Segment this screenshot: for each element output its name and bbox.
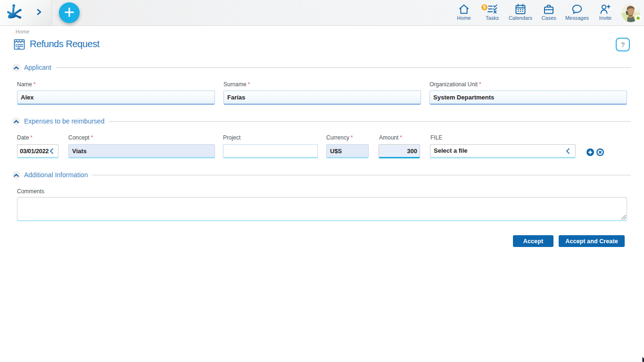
section-divider (56, 67, 631, 68)
nav-label: Cases (535, 15, 563, 21)
date-label: Date* (17, 134, 33, 141)
amount-field[interactable] (379, 144, 420, 158)
section-header-expenses: Expenses to be reimbursed (12, 117, 631, 125)
section-divider (92, 175, 631, 175)
collapse-section-button[interactable] (12, 64, 20, 72)
project-field[interactable] (223, 144, 318, 158)
section-title: Applicant (24, 64, 51, 71)
concept-label: Concept* (68, 134, 93, 141)
date-collapse-icon[interactable] (49, 148, 55, 155)
comments-label: Comments (17, 188, 44, 195)
textarea-resize-handle[interactable] (621, 215, 626, 220)
amount-label: Amount* (379, 134, 402, 141)
file-label: FILE (430, 134, 442, 141)
file-collapse-icon[interactable] (565, 148, 571, 155)
accept-button[interactable]: Accept (513, 235, 553, 247)
section-header-applicant: Applicant (12, 63, 631, 72)
message-bubble-icon (563, 4, 591, 15)
remove-circle-icon (596, 148, 604, 157)
required-marker: * (248, 81, 250, 88)
name-field[interactable] (17, 90, 215, 105)
nav-label: Calendars (506, 15, 535, 21)
chevron-up-icon (14, 64, 19, 71)
concept-field[interactable] (68, 144, 215, 158)
mouse-cursor (642, 356, 644, 362)
nav-item-messages[interactable]: Messages (563, 3, 591, 23)
add-circle-icon (586, 148, 594, 157)
currency-label: Currency* (326, 134, 353, 141)
plus-icon (64, 7, 75, 19)
required-marker: * (33, 81, 36, 88)
nav-label: Home (450, 15, 478, 21)
section-title: Additional Information (24, 171, 88, 179)
required-marker: * (479, 81, 481, 88)
nav-label: Invite (591, 15, 619, 21)
nav-item-calendars[interactable]: Calendars (506, 3, 535, 23)
remove-row-button[interactable] (596, 149, 604, 156)
nav-item-tasks[interactable]: 9 Tasks (478, 3, 506, 23)
org-unit-field[interactable] (429, 90, 627, 105)
form-icon (14, 38, 25, 52)
section-header-additional-info: Additional Information (12, 171, 631, 179)
nav-label: Tasks (478, 15, 506, 21)
user-avatar[interactable] (621, 3, 640, 22)
nav-label: Messages (563, 15, 591, 21)
home-icon (450, 4, 478, 15)
collapse-section-button[interactable] (12, 171, 20, 179)
accept-and-create-button[interactable]: Accept and Create (559, 235, 625, 247)
online-status-dot (635, 15, 641, 21)
section-divider (109, 121, 631, 122)
new-case-button[interactable] (59, 2, 80, 23)
briefcase-icon (535, 4, 563, 15)
required-marker: * (351, 134, 353, 141)
chevron-right-icon (36, 8, 42, 17)
required-marker: * (91, 134, 93, 141)
nav-item-home[interactable]: Home (450, 3, 478, 23)
topbar: Home 9 Tasks Calendars (0, 0, 644, 26)
org-unit-label: Organizational Unit* (429, 81, 481, 88)
person-add-icon (591, 4, 619, 15)
breadcrumb[interactable]: Home (16, 29, 29, 34)
nav-item-cases[interactable]: Cases (535, 3, 563, 23)
project-label: Project (223, 134, 240, 141)
name-label: Name* (17, 81, 36, 88)
currency-field[interactable] (326, 144, 369, 158)
tasks-badge: 9 (480, 3, 488, 11)
required-marker: * (400, 134, 402, 141)
calendar-icon (506, 4, 535, 15)
comments-field[interactable] (17, 197, 627, 221)
file-field[interactable]: Select a file (430, 144, 576, 158)
surname-label: Surname* (223, 81, 250, 88)
add-row-button[interactable] (586, 149, 594, 156)
section-title: Expenses to be reimbursed (24, 117, 104, 125)
help-button[interactable]: ? (616, 38, 630, 51)
chevron-up-icon (14, 118, 19, 125)
surname-field[interactable] (223, 90, 421, 105)
nav-item-invite[interactable]: Invite (591, 3, 619, 23)
chevron-up-icon (14, 172, 19, 179)
breadcrumb-home[interactable]: Home (16, 29, 29, 34)
page-title: Refunds Request (30, 39, 99, 49)
sidebar-expand-button[interactable] (34, 8, 44, 18)
flokzu-logo-icon[interactable] (7, 2, 22, 19)
collapse-section-button[interactable] (12, 117, 20, 125)
required-marker: * (30, 134, 33, 141)
